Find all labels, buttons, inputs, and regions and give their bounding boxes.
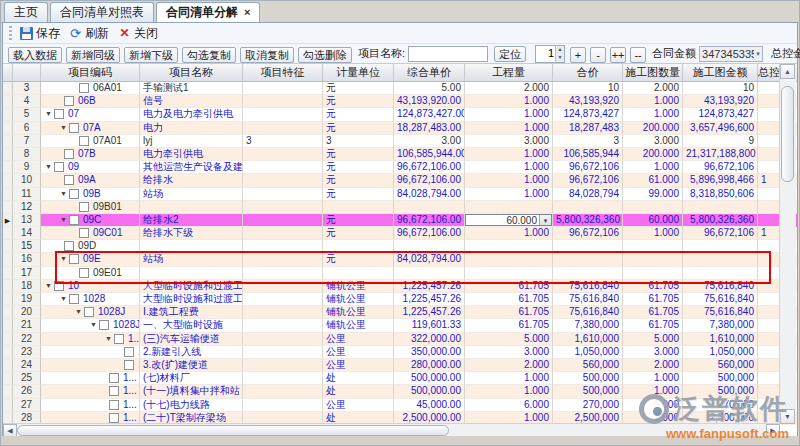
row-checkbox[interactable] [79,268,89,278]
spinner-up-icon[interactable]: ▲ [555,46,564,54]
row-checkbox[interactable] [64,175,74,185]
column-header-unit[interactable]: 计量单位 [323,64,394,81]
action-button-5[interactable]: 勾选删除 [298,47,352,63]
row-checkbox[interactable] [69,123,79,133]
table-row[interactable]: 1209B01 [3,201,797,214]
qty-dropdown-button[interactable]: ▾ [539,215,551,225]
action-button-1[interactable]: 新增同级 [66,47,120,63]
expand-arrow-icon[interactable]: ▼ [45,108,54,120]
spinner-down-icon[interactable]: ▼ [555,54,564,62]
tab-0[interactable]: 主页 [4,2,48,22]
tab-close-icon[interactable]: × [244,6,250,18]
table-row[interactable]: 23..2.新建引入线公里350,000.003.0001,050,0003.0… [3,346,797,359]
table-row[interactable]: 6▼07A电力元18,287,483.001.00018,287,483200.… [3,122,797,135]
table-row[interactable]: 807B电力牵引供电元106,585,944.001.000106,585,94… [3,148,797,161]
expand-level-button-2[interactable]: ++ [610,47,626,63]
action-button-3[interactable]: 勾选复制 [182,47,236,63]
refresh-button[interactable]: ⟳ 刷新 [66,24,115,43]
table-row[interactable]: 24..3.改(扩)建便道公里280,000.002.000560,0002.0… [3,359,797,372]
table-row[interactable]: 1409C01给排水下级元96,672,106.001.00096,672,10… [3,227,797,240]
locate-button[interactable]: 定位 [494,46,526,62]
table-row[interactable]: 20▼1028JⅠ.建筑工程费铺轨公里1,225,457.2661.70575,… [3,306,797,319]
row-checkbox[interactable] [109,386,119,396]
table-row[interactable]: ▶13▼09C给排水2元96,672,106.0060.000▾5,800,32… [3,214,797,227]
row-checkbox[interactable] [64,149,74,159]
row-checkbox[interactable] [69,189,79,199]
table-row[interactable]: 22▼1...(三)汽车运输便道公里322,000.005.0001,610,0… [3,333,797,346]
column-header-qty[interactable]: 工程量 [465,64,553,81]
row-checkbox[interactable] [54,281,64,291]
row-checkbox[interactable] [64,96,74,106]
column-header-ctrl[interactable]: 总控 [758,64,780,81]
table-row[interactable]: 16▼09E站场元84,028,794.00 [3,253,797,266]
table-row[interactable]: 306A01手输测试1元5.002.000102.00010 [3,82,797,95]
column-header-price[interactable]: 综合单价 [394,64,465,81]
action-button-0[interactable]: 载入数据 [8,47,62,63]
tab-1[interactable]: 合同清单对照表 [50,2,154,22]
expand-arrow-icon[interactable]: ▼ [90,319,99,331]
table-row[interactable]: 1509D [3,240,797,253]
row-checkbox[interactable] [64,241,74,251]
expand-arrow-icon[interactable]: ▼ [60,214,69,226]
table-row[interactable]: 406B信号元43,193,920.001.00043,193,9201.000… [3,95,797,108]
table-row[interactable]: 18▼10大型临时设施和过渡工程铺轨公里1,225,457.2661.70575… [3,280,797,293]
table-row[interactable]: 9▼09其他运营生产设备及建筑物元96,672,106.001.00096,67… [3,161,797,174]
row-checkbox[interactable] [114,334,124,344]
expand-level-button-3[interactable]: -- [630,47,646,63]
column-header-feat[interactable]: 项目特征 [243,64,323,81]
table-row[interactable]: 21▼1028J01一、大型临时设施铺轨公里119,601.3361.7057,… [3,319,797,332]
row-checkbox[interactable] [69,254,79,264]
save-button[interactable]: 保存 [17,24,66,43]
expand-arrow-icon[interactable]: ▼ [75,306,84,318]
column-header-total[interactable]: 合价 [553,64,623,81]
expand-arrow-icon[interactable]: ▼ [60,293,69,305]
tab-2[interactable]: 合同清单分解× [156,2,260,22]
row-checkbox[interactable] [54,109,64,119]
row-checkbox[interactable] [109,400,119,410]
page-spinner[interactable]: 1 ▲ ▼ [535,45,565,63]
row-checkbox[interactable] [109,373,119,383]
table-row[interactable]: 707A01lyj333.003.00033.0009 [3,135,797,148]
expand-arrow-icon[interactable]: ▼ [60,188,69,200]
project-name-input[interactable] [408,46,488,62]
combo-arrow-icon[interactable]: ▾ [754,50,762,58]
horizontal-scroll-thumb[interactable] [17,425,449,436]
row-checkbox[interactable] [54,162,64,172]
row-checkbox[interactable] [124,347,134,357]
vertical-scrollbar[interactable]: ▲ ▼ [779,64,796,424]
row-checkbox[interactable] [84,307,94,317]
row-checkbox[interactable] [69,294,79,304]
column-header-code[interactable]: 项目编码 [41,64,140,81]
action-button-4[interactable]: 取消复制 [240,47,294,63]
row-checkbox[interactable] [79,228,89,238]
expand-arrow-icon[interactable]: ▼ [105,333,114,345]
column-header-name[interactable]: 项目名称 [140,64,243,81]
table-row[interactable]: 1009A给排水元96,672,106.001.00096,672,10661.… [3,174,797,187]
row-checkbox[interactable] [99,320,109,330]
row-checkbox[interactable] [79,202,89,212]
column-header-dqty[interactable]: 施工图数量 [623,64,683,81]
row-checkbox[interactable] [79,136,89,146]
table-row[interactable]: 5▼07电力及电力牵引供电元124,873,427.001.000124,873… [3,108,797,121]
expand-arrow-icon[interactable]: ▼ [45,161,54,173]
table-row[interactable]: 19▼1028大型临时设施和过渡工程铺轨公里1,225,457.2661.705… [3,293,797,306]
expand-arrow-icon[interactable]: ▼ [45,280,54,292]
row-checkbox[interactable] [124,360,134,370]
table-row[interactable]: 11▼09B站场元84,028,794.001.00084,028,79499.… [3,188,797,201]
row-checkbox[interactable] [69,215,79,225]
row-checkbox[interactable] [109,413,119,423]
action-button-2[interactable]: 新增下级 [124,47,178,63]
row-checkbox[interactable] [79,83,89,93]
expand-arrow-icon[interactable]: ▼ [60,253,69,265]
expand-level-button-1[interactable]: - [590,47,606,63]
scroll-up-button[interactable]: ▲ [780,64,795,79]
column-header-damt[interactable]: 施工图金额 [683,64,758,81]
vertical-scroll-thumb[interactable] [781,86,794,182]
expand-arrow-icon[interactable]: ▼ [60,122,69,134]
expand-level-button-0[interactable]: + [570,47,586,63]
qty-editor[interactable]: 60.000▾ [465,214,552,226]
table-row[interactable]: 251...(七)材料厂处500,000.001.000500,0001.000… [3,372,797,385]
close-button[interactable]: ✕ 关闭 [115,24,164,43]
table-row[interactable]: 1709E01 [3,267,797,280]
amount-field-0[interactable]: 347345335▾ [699,46,763,62]
